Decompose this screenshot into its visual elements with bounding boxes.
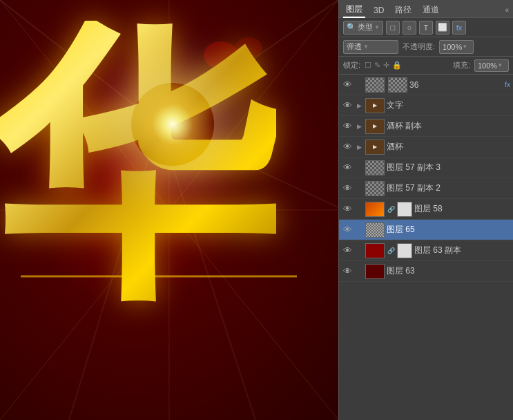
layer-arrow-36 (355, 81, 363, 89)
layer-kind-pixel-button[interactable]: □ (386, 21, 400, 35)
fill-input[interactable]: 100% ▼ (474, 59, 509, 72)
panel-collapse-button[interactable]: « (505, 6, 509, 14)
layer-visibility-57copy3[interactable]: 👁 (342, 162, 353, 173)
layer-item-cup-copy[interactable]: 👁 ▶ 酒杯 副本 (339, 116, 513, 137)
fill-label: 填充: (453, 60, 470, 70)
layer-thumb-text: ▶ (365, 98, 385, 113)
layer-name-cup-copy: 酒杯 副本 (387, 120, 510, 132)
layer-visibility-63copy[interactable]: 👁 (342, 245, 353, 256)
tab-channels[interactable]: 通道 (420, 3, 442, 17)
lock-all-icon[interactable]: 🔒 (392, 61, 402, 70)
lock-pixel-icon[interactable]: ☐ (365, 61, 371, 70)
layer-visibility-58[interactable]: 👁 (342, 204, 353, 215)
layer-mask-63copy (397, 243, 412, 258)
layer-name-36: 36 (409, 80, 503, 90)
blend-mode-value: 弹透 (347, 41, 362, 52)
layers-panel: 图层 3D 路径 通道 « 🔍 类型 ▼ □ ○ T ⬜ fx 弹透 ▼ 不透明… (338, 0, 513, 420)
layer-item-63-copy[interactable]: 👁 🔗 图层 63 副本 (339, 240, 513, 261)
layer-visibility-65[interactable]: 👁 (342, 225, 353, 236)
layer-visibility-cup[interactable]: 👁 (342, 142, 353, 153)
canvas-area: 华 (0, 0, 338, 420)
layer-visibility-36[interactable]: 👁 (342, 79, 353, 90)
layer-thumb-63 (365, 264, 385, 279)
blend-mode-row: 弹透 ▼ 不透明度: 100% ▼ (339, 37, 513, 57)
layer-item-cup[interactable]: 👁 ▶ 酒杯 (339, 137, 513, 158)
layer-fx-36: fx (505, 81, 510, 88)
layer-name-65: 图层 65 (387, 224, 510, 236)
layer-link-63copy: 🔗 (387, 247, 395, 255)
filter-type-select[interactable]: 🔍 类型 ▼ (343, 21, 383, 35)
fill-arrow: ▼ (497, 62, 503, 68)
layer-mask-58 (397, 202, 412, 217)
layer-name-text: 文字 (387, 99, 510, 111)
fill-value-text: 100% (478, 61, 497, 70)
layer-kind-shape-button[interactable]: ⬜ (436, 21, 449, 35)
layer-arrow-cup[interactable] (355, 143, 363, 151)
layer-arrow-63copy (355, 247, 363, 255)
tab-paths[interactable]: 路径 (392, 3, 414, 17)
layer-thumb2-36 (388, 77, 407, 93)
layer-thumb-65 (365, 222, 385, 238)
layer-name-63copy: 图层 63 副本 (414, 245, 510, 256)
tab-3d[interactable]: 3D (371, 4, 387, 17)
opacity-value-text: 100% (443, 43, 462, 51)
layer-arrow-65 (355, 226, 363, 234)
blend-mode-select[interactable]: 弹透 ▼ (343, 40, 398, 54)
tab-layers[interactable]: 图层 (343, 2, 365, 18)
opacity-arrow: ▼ (462, 44, 467, 50)
layer-kind-adjustment-button[interactable]: ○ (403, 21, 416, 35)
layer-kind-text-button[interactable]: T (419, 21, 433, 35)
blend-mode-arrow: ▼ (363, 44, 369, 50)
layer-arrow-57copy3 (355, 164, 363, 172)
layer-visibility-63[interactable]: 👁 (342, 266, 353, 277)
lock-label: 锁定: (343, 60, 360, 70)
canvas-light-burst (131, 83, 214, 166)
layer-thumb-57copy2 (365, 181, 385, 196)
lock-position-icon[interactable]: ✎ (374, 61, 380, 70)
lock-icons-group: ☐ ✎ ✛ 🔒 (365, 61, 402, 70)
lock-row: 锁定: ☐ ✎ ✛ 🔒 填充: 100% ▼ (339, 57, 513, 75)
layer-thumb-58 (365, 202, 385, 217)
layer-arrow-text[interactable] (355, 102, 363, 110)
filter-label: 类型 (358, 22, 373, 32)
layer-item-57-copy2[interactable]: 👁 图层 57 副本 2 (339, 178, 513, 199)
layer-visibility-cup-copy[interactable]: 👁 (342, 121, 353, 132)
layer-thumb-57copy3 (365, 160, 385, 175)
layer-arrow-58 (355, 205, 363, 213)
layer-item-63[interactable]: 👁 图层 63 (339, 261, 513, 282)
filter-icon: 🔍 (347, 23, 356, 32)
layer-item-57-copy3[interactable]: 👁 图层 57 副本 3 (339, 158, 513, 178)
panel-tabs: 图层 3D 路径 通道 « (339, 0, 513, 18)
layer-thumb-36 (365, 77, 385, 93)
layers-list: 👁 36 fx 👁 ▶ 文字 👁 ▶ 酒杯 副本 👁 (339, 75, 513, 420)
layer-item-58[interactable]: 👁 🔗 图层 58 (339, 199, 513, 220)
layer-thumb-63copy (365, 243, 385, 258)
layer-kind-smart-button[interactable]: fx (452, 21, 466, 35)
layer-thumb-cup: ▶ (365, 140, 385, 155)
layer-name-63: 图层 63 (387, 265, 510, 277)
layer-item-65[interactable]: 👁 图层 65 (339, 220, 513, 240)
lock-move-icon[interactable]: ✛ (383, 61, 389, 70)
layer-visibility-57copy2[interactable]: 👁 (342, 183, 353, 194)
opacity-input[interactable]: 100% ▼ (439, 40, 474, 54)
layer-name-58: 图层 58 (414, 203, 510, 215)
layer-name-57copy2: 图层 57 副本 2 (387, 182, 510, 194)
layer-visibility-text[interactable]: 👁 (342, 100, 353, 111)
layer-name-57copy3: 图层 57 副本 3 (387, 162, 510, 173)
layer-item-36[interactable]: 👁 36 fx (339, 75, 513, 95)
layers-toolbar: 🔍 类型 ▼ □ ○ T ⬜ fx (339, 18, 513, 37)
layer-thumb-cup-copy: ▶ (365, 119, 385, 134)
opacity-label: 不透明度: (403, 41, 435, 52)
canvas-chinese-character: 华 (0, 21, 276, 311)
layer-link-58: 🔗 (387, 205, 395, 213)
layer-name-cup: 酒杯 (387, 141, 510, 153)
layer-item-text[interactable]: 👁 ▶ 文字 (339, 95, 513, 116)
filter-dropdown-arrow: ▼ (374, 24, 380, 30)
layer-arrow-63 (355, 267, 363, 276)
layer-arrow-57copy2 (355, 184, 363, 193)
layer-arrow-cup-copy[interactable] (355, 122, 363, 131)
